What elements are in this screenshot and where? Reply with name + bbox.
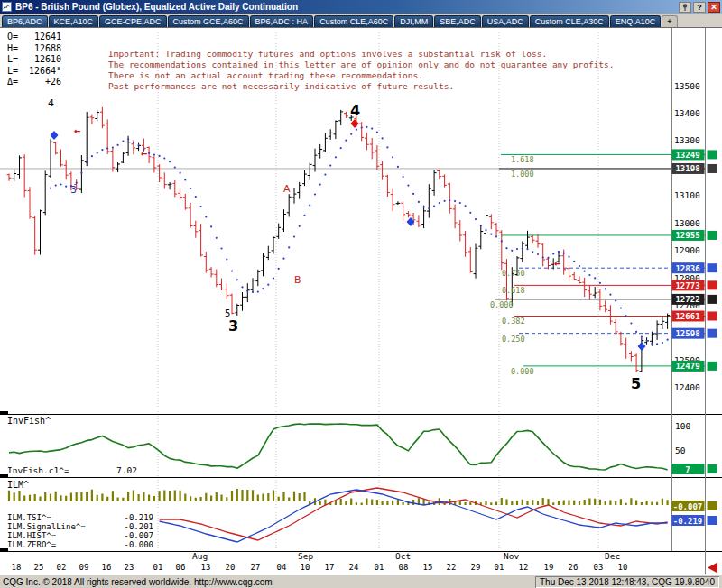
tab-custom-cle-a30c[interactable]: Custom CLE,A30C [530,15,609,27]
ma-dot [465,205,467,207]
axis-day-label: 19 [544,563,554,572]
price-level-box-label: 12598 [675,329,699,338]
ma-dot [293,235,295,237]
chart-panel[interactable]: 1.6181.0000.7500.6180.0000.3820.2500.000… [0,28,722,574]
tab-bp6-adc[interactable]: BP6,ADC [2,15,48,27]
tab-bp6-adc-ha[interactable]: BP6,ADC : HA [250,15,314,27]
ma-dot [216,237,218,239]
price-scale-tick: 13400 [674,108,700,118]
wave-diamond-marker [51,131,59,140]
pane-resize-handle[interactable] [0,411,8,415]
price-level-box-label: 13249 [675,151,699,160]
fib-label: 0.750 [502,269,525,278]
invfish-line [9,424,668,470]
ma-dot [376,132,378,133]
ilm-value-box-label: -0.219 [673,517,703,526]
ma-dot [532,251,533,253]
price-level-marker [708,150,717,159]
window-title: BP6 - British Pound (Globex), Equalized … [15,2,677,12]
axis-day-label: 29 [471,563,481,572]
ma-dot [319,184,321,186]
ohlc-readout-value: 12664⁸ [29,66,61,76]
ma-dot [542,256,544,258]
titlebar-buttons: ? ✕ [677,2,720,13]
ma-dot [324,174,326,176]
ilm-readout-label: ILM.HIST^= [7,531,57,540]
fib-label: 0.618 [502,286,525,295]
disclaimer-line: Past performances are not necessarily in… [108,81,454,91]
scroll-left-button[interactable] [708,563,717,574]
price-level-marker [708,164,717,173]
ma-dot [584,271,586,272]
help-button[interactable]: ? [693,2,706,13]
axis-day-label: 13 [201,563,211,572]
ma-dot [418,201,420,203]
axis-day-label: 24 [349,563,359,572]
price-bars-down [7,107,639,372]
wave-label: 4 [48,97,54,109]
chart-canvas[interactable]: 1.6181.0000.7500.6180.0000.3820.2500.000… [0,28,722,574]
tab-kce-a10c[interactable]: KCE,A10C [49,15,99,27]
price-level-marker [708,295,717,304]
ma-dot [309,204,310,206]
ma-dot [267,284,269,286]
ma-dot [568,256,569,258]
ma-dot [495,235,497,237]
ma-dot [55,185,57,187]
window-titlebar[interactable]: BP6 - British Pound (Globex), Equalized … [0,0,722,14]
ma-dot [444,200,446,202]
red-arrow-marker: ← [74,124,80,137]
axis-day-label: 08 [399,563,409,572]
ma-dot [522,247,523,249]
ma-dot [252,291,254,293]
axis-day-label: 27 [251,563,261,572]
ohlc-readout-label: Δ= [7,77,18,87]
ilm-readout-value: -0.000 [124,540,153,549]
ma-dot [667,339,669,341]
ma-dot [246,290,248,292]
close-button[interactable]: ✕ [708,2,720,13]
axis-month-label: Aug [192,551,208,561]
tab-enq-a10c[interactable]: ENQ,A10C [610,15,662,27]
ma-dot [210,225,212,227]
tab-dji-mm[interactable]: DJI,MM [394,15,433,27]
ohlc-readout-value: 12641 [34,32,61,41]
price-level-box-label: 12722 [675,295,699,304]
tab-usa-adc[interactable]: USA,ADC [482,15,529,27]
fib-label: 0.000 [490,300,514,309]
axis-day-label: 23 [125,563,134,572]
ma-dot [433,205,435,207]
axis-day-label: 04 [277,563,287,572]
price-level-box-label: 12955 [675,231,699,240]
ma-dot [573,261,575,262]
axis-day-label: 01 [375,563,384,572]
ilm-readout-value: -0.201 [124,522,153,531]
tab-sbe-adc[interactable]: SBE,ADC [434,15,481,27]
tab-custom-gce-a60c[interactable]: Custom GCE,A60C [168,15,249,27]
ma-dot [220,247,222,249]
ma-dot [122,140,124,142]
ma-dot [505,247,507,249]
ma-dot [428,207,430,209]
ma-dot [241,286,243,288]
ma-dot [630,322,632,324]
ma-dot [190,188,191,189]
ma-dot [625,315,627,317]
axis-day-label: 12 [519,563,529,572]
ma-dot [86,161,88,163]
tab-custom-cle-a60c[interactable]: Custom CLE,A60C [314,15,393,27]
ilm-signal-line [160,488,668,540]
ma-dot [148,152,150,154]
add-tab-button[interactable]: + [662,15,677,27]
ma-dot [278,268,280,270]
axis-day-label: 17 [325,563,335,572]
ma-dot [288,246,290,248]
tab-gce-cpe-adc[interactable]: GCE-CPE,ADC [99,15,167,27]
ma-dot [117,144,119,146]
pin-button[interactable] [679,2,691,13]
axis-day-label: 01 [495,563,504,572]
ma-dot [236,279,238,280]
ilm-value-marker [708,501,717,510]
ilm-readout-value: -0.007 [124,531,153,540]
ma-dot [60,183,61,185]
